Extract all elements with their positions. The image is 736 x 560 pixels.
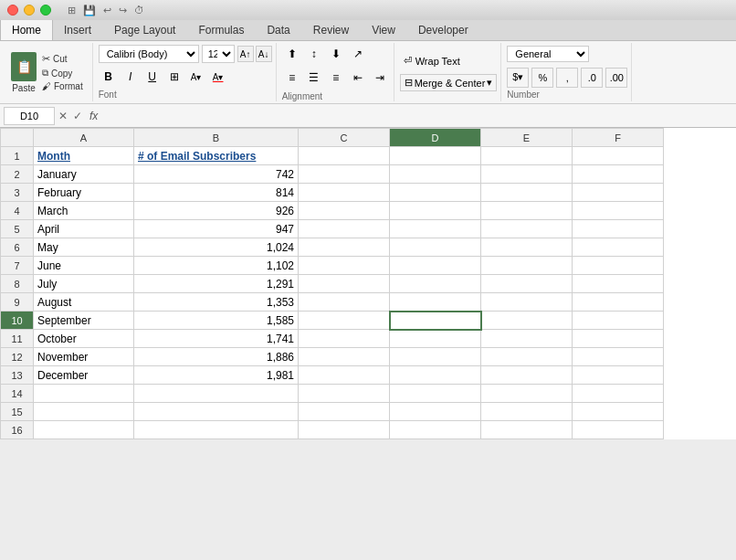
cell-f4[interactable] <box>573 202 664 220</box>
italic-button[interactable]: I <box>121 67 141 87</box>
comma-button[interactable]: , <box>556 68 578 88</box>
cell-f10[interactable] <box>573 312 664 330</box>
cell-e16[interactable] <box>481 421 573 439</box>
cell-f16[interactable] <box>573 421 664 439</box>
cell-e15[interactable] <box>481 403 573 421</box>
font-size-select[interactable]: 12 <box>202 45 235 63</box>
fill-color-button[interactable]: A▾ <box>186 67 206 87</box>
cell-e5[interactable] <box>481 220 573 238</box>
cell-a12[interactable]: November <box>34 348 134 366</box>
col-header-e[interactable]: E <box>481 129 573 147</box>
cell-c2[interactable] <box>299 165 390 184</box>
border-button[interactable]: ⊞ <box>164 67 184 87</box>
tab-review[interactable]: Review <box>302 20 361 40</box>
confirm-formula-icon[interactable]: ✓ <box>73 110 82 122</box>
bold-button[interactable]: B <box>99 67 119 87</box>
cell-a10[interactable]: September <box>34 312 134 330</box>
col-header-a[interactable]: A <box>34 129 134 147</box>
cell-d14[interactable] <box>390 385 481 403</box>
angle-text-button[interactable]: ↗ <box>348 44 368 64</box>
col-header-b[interactable]: B <box>134 129 299 147</box>
cell-c1[interactable] <box>299 147 390 165</box>
cell-c14[interactable] <box>299 385 390 403</box>
cell-e11[interactable] <box>481 330 573 348</box>
row-header-11[interactable]: 11 <box>1 330 34 348</box>
col-header-d[interactable]: D <box>390 129 481 147</box>
cell-a16[interactable] <box>34 421 134 439</box>
cell-b1[interactable]: # of Email Subscribers <box>134 147 299 165</box>
merge-dropdown-icon[interactable]: ▾ <box>487 77 492 89</box>
cell-e12[interactable] <box>481 348 573 366</box>
cut-button[interactable]: ✂ Cut <box>40 52 85 66</box>
col-header-f[interactable]: F <box>573 129 664 147</box>
cell-c10[interactable] <box>299 312 390 330</box>
cell-b7[interactable]: 1,102 <box>134 257 299 275</box>
cell-b8[interactable]: 1,291 <box>134 275 299 293</box>
cell-a2[interactable]: January <box>34 165 134 184</box>
cell-b9[interactable]: 1,353 <box>134 293 299 312</box>
save-icon[interactable]: 💾 <box>83 5 96 16</box>
cell-b6[interactable]: 1,024 <box>134 238 299 257</box>
cell-e6[interactable] <box>481 238 573 257</box>
cell-f1[interactable] <box>573 147 664 165</box>
row-header-8[interactable]: 8 <box>1 275 34 293</box>
cell-e10[interactable] <box>481 312 573 330</box>
cell-reference-input[interactable] <box>4 107 55 125</box>
align-middle-button[interactable]: ↕ <box>304 44 324 64</box>
font-size-increase-button[interactable]: A↑ <box>237 46 254 62</box>
merge-center-button[interactable]: ⊟ Merge & Center ▾ <box>400 74 498 91</box>
cell-c13[interactable] <box>299 366 390 385</box>
cell-c12[interactable] <box>299 348 390 366</box>
cell-f13[interactable] <box>573 366 664 385</box>
currency-button[interactable]: $▾ <box>507 68 529 88</box>
cell-f6[interactable] <box>573 238 664 257</box>
copy-button[interactable]: ⧉ Copy <box>40 67 85 79</box>
align-bottom-button[interactable]: ⬇ <box>326 44 346 64</box>
tab-view[interactable]: View <box>361 20 407 40</box>
row-header-14[interactable]: 14 <box>1 385 34 403</box>
cell-b3[interactable]: 814 <box>134 184 299 202</box>
cell-c6[interactable] <box>299 238 390 257</box>
tab-insert[interactable]: Insert <box>53 20 103 40</box>
cell-c3[interactable] <box>299 184 390 202</box>
cell-a9[interactable]: August <box>34 293 134 312</box>
cell-f8[interactable] <box>573 275 664 293</box>
cell-a13[interactable]: December <box>34 366 134 385</box>
cell-d2[interactable] <box>390 165 481 184</box>
cell-a1[interactable]: Month <box>34 147 134 165</box>
cell-a5[interactable]: April <box>34 220 134 238</box>
cell-d9[interactable] <box>390 293 481 312</box>
cell-a6[interactable]: May <box>34 238 134 257</box>
cell-e3[interactable] <box>481 184 573 202</box>
cell-f11[interactable] <box>573 330 664 348</box>
cell-b10[interactable]: 1,585 <box>134 312 299 330</box>
row-header-6[interactable]: 6 <box>1 238 34 257</box>
close-button[interactable] <box>7 5 18 16</box>
cell-e8[interactable] <box>481 275 573 293</box>
tab-data[interactable]: Data <box>256 20 301 40</box>
row-header-1[interactable]: 1 <box>1 147 34 165</box>
wrap-text-button[interactable]: ⏎ Wrap Text <box>400 53 464 69</box>
tab-formulas[interactable]: Formulas <box>187 20 256 40</box>
format-button[interactable]: 🖌 Format <box>40 80 85 92</box>
col-header-c[interactable]: C <box>299 129 390 147</box>
tab-home[interactable]: Home <box>0 20 53 40</box>
cell-d12[interactable] <box>390 348 481 366</box>
cell-c4[interactable] <box>299 202 390 220</box>
row-header-2[interactable]: 2 <box>1 165 34 184</box>
cancel-formula-icon[interactable]: ✕ <box>58 110 68 122</box>
cell-c5[interactable] <box>299 220 390 238</box>
cell-a15[interactable] <box>34 403 134 421</box>
font-color-button[interactable]: A▾ <box>208 67 228 87</box>
cell-a11[interactable]: October <box>34 330 134 348</box>
cell-d15[interactable] <box>390 403 481 421</box>
cell-f12[interactable] <box>573 348 664 366</box>
cell-d4[interactable] <box>390 202 481 220</box>
paste-button[interactable]: 📋 Paste <box>11 52 37 93</box>
decrease-decimal-button[interactable]: .0 <box>581 68 603 88</box>
cell-c9[interactable] <box>299 293 390 312</box>
cell-a3[interactable]: February <box>34 184 134 202</box>
underline-button[interactable]: U <box>142 67 163 87</box>
cell-f7[interactable] <box>573 257 664 275</box>
row-header-13[interactable]: 13 <box>1 366 34 385</box>
